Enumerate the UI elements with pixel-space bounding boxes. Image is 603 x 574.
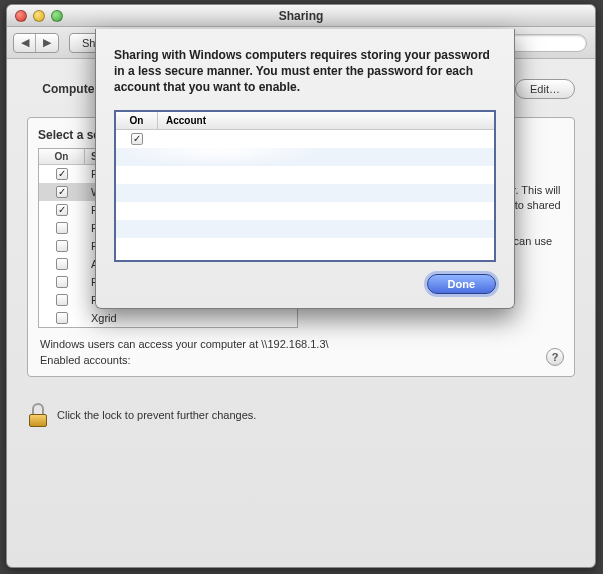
accounts-sheet: Sharing with Windows computers requires …: [95, 29, 515, 309]
checkbox[interactable]: ✓: [56, 168, 68, 180]
window-title: Sharing: [7, 9, 595, 23]
forward-icon[interactable]: ▶: [36, 34, 58, 52]
minimize-icon[interactable]: [33, 10, 45, 22]
help-button[interactable]: ?: [546, 348, 564, 366]
checkbox[interactable]: [56, 312, 68, 324]
accounts-table: On Account ✓: [114, 110, 496, 262]
window-controls: [15, 10, 63, 22]
lock-icon[interactable]: [27, 403, 49, 427]
checkbox[interactable]: ✓: [56, 204, 68, 216]
lock-row: Click the lock to prevent further change…: [27, 403, 575, 427]
nav-back-forward[interactable]: ◀ ▶: [13, 33, 59, 53]
checkbox[interactable]: [56, 240, 68, 252]
col-on: On: [116, 112, 158, 129]
done-button[interactable]: Done: [427, 274, 497, 294]
account-row[interactable]: [116, 238, 494, 256]
edit-button[interactable]: Edit…: [515, 79, 575, 99]
service-row[interactable]: Xgrid: [39, 309, 297, 327]
service-name: Xgrid: [85, 312, 297, 324]
enabled-accounts: Enabled accounts:: [40, 354, 562, 366]
account-row[interactable]: [116, 148, 494, 166]
account-row[interactable]: ✓: [116, 130, 494, 148]
account-row[interactable]: [116, 202, 494, 220]
checkbox[interactable]: [56, 222, 68, 234]
account-row[interactable]: [116, 220, 494, 238]
checkbox[interactable]: [56, 258, 68, 270]
checkbox[interactable]: ✓: [131, 133, 143, 145]
account-row[interactable]: [116, 166, 494, 184]
col-account: Account: [158, 112, 494, 129]
accounts-header: On Account: [116, 112, 494, 130]
checkbox[interactable]: [56, 276, 68, 288]
close-icon[interactable]: [15, 10, 27, 22]
back-icon[interactable]: ◀: [14, 34, 36, 52]
preferences-window: Sharing ◀ ▶ Show All ⌕ Computer Name: Ed…: [6, 4, 596, 568]
lock-text: Click the lock to prevent further change…: [57, 409, 256, 421]
access-path: Windows users can access your computer a…: [40, 338, 562, 350]
zoom-icon[interactable]: [51, 10, 63, 22]
checkbox[interactable]: [56, 294, 68, 306]
checkbox[interactable]: ✓: [56, 186, 68, 198]
sheet-message: Sharing with Windows computers requires …: [114, 47, 496, 96]
col-on: On: [39, 149, 85, 164]
titlebar: Sharing: [7, 5, 595, 27]
account-row[interactable]: [116, 184, 494, 202]
